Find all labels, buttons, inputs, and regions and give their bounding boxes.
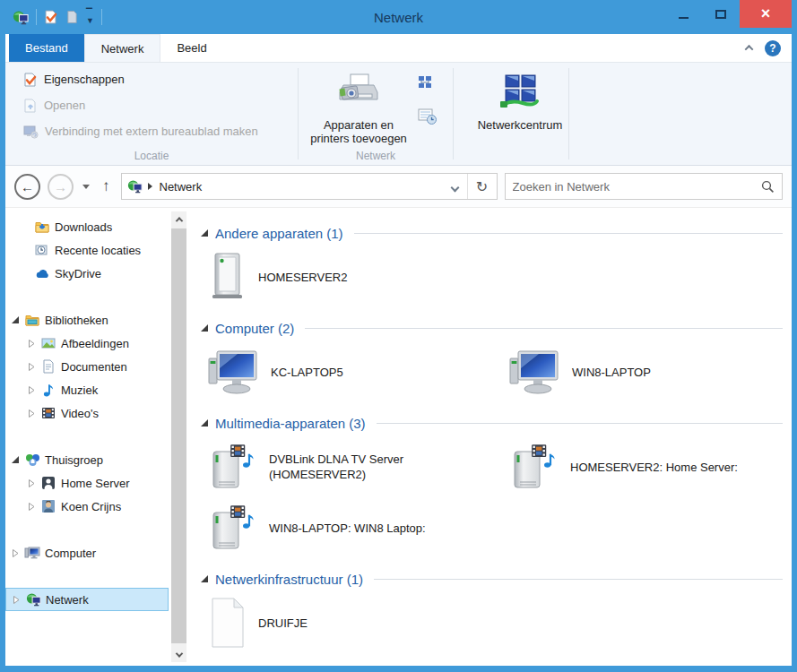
up-button[interactable]: ↑: [99, 177, 114, 195]
expander-collapsed-icon[interactable]: [27, 386, 36, 394]
user-photo-avatar: [40, 499, 56, 513]
computer-icon: [208, 348, 260, 396]
scroll-down-icon[interactable]: [171, 647, 186, 662]
server-tower-icon: [208, 252, 247, 302]
documents-icon: [40, 359, 56, 374]
blank-page-icon: [208, 598, 247, 648]
refresh-button[interactable]: ↻: [468, 174, 497, 199]
breadcrumb[interactable]: Netwerk: [160, 180, 443, 194]
expander-collapsed-icon[interactable]: [27, 503, 36, 511]
item-homeserver2[interactable]: HOMESERVER2: [208, 251, 509, 303]
eigenschappen-button[interactable]: Eigenschappen: [18, 68, 289, 90]
media-device-icon: [208, 502, 258, 554]
ribbon-group-netwerkcentrum: Netwerkcentrum: [454, 63, 568, 165]
pictures-icon: [40, 336, 56, 350]
open-icon: [23, 99, 38, 113]
openen-button[interactable]: Openen: [18, 94, 289, 116]
item-homeserver2-home-server[interactable]: HOMESERVER2: Home Server:: [509, 441, 783, 493]
expander-collapsed-icon[interactable]: [27, 340, 36, 348]
user-silhouette-icon: [40, 476, 56, 490]
item-win8-laptop[interactable]: WIN8-LAPTOP: [509, 346, 783, 398]
remote-desktop-icon: [23, 125, 39, 139]
group-collapse-icon[interactable]: [201, 229, 208, 237]
item-dvblink-dlna-tv-server[interactable]: DVBLink DLNA TV Server (HOMESERVER2): [208, 441, 509, 493]
group-label-locatie: Locatie: [5, 150, 298, 162]
sidebar-item-koen-crijns[interactable]: Koen Crijns: [5, 495, 188, 518]
skydrive-cloud-icon: [34, 266, 50, 280]
folder-icon[interactable]: [65, 10, 79, 24]
videos-icon: [40, 406, 56, 420]
search-input[interactable]: [513, 180, 762, 194]
expander-collapsed-icon[interactable]: [27, 363, 36, 371]
sidebar-item-afbeeldingen[interactable]: Afbeeldingen: [5, 332, 188, 355]
scrollbar-thumb[interactable]: [171, 228, 186, 643]
properties-icon[interactable]: [44, 10, 58, 24]
address-dropdown-icon[interactable]: [443, 180, 467, 194]
breadcrumb-separator-icon[interactable]: [148, 183, 152, 190]
sidebar-item-recente-locaties[interactable]: Recente locaties: [5, 238, 188, 262]
group-andere-apparaten: Andere apparaten (1) HOMESERVER2: [201, 220, 783, 303]
tree-gap: [5, 285, 188, 308]
network-devices-icon[interactable]: [415, 72, 440, 97]
group-rule: [354, 233, 783, 234]
search-icon[interactable]: [761, 180, 775, 194]
sidebar-item-videos[interactable]: Video's: [5, 401, 188, 425]
close-button[interactable]: ×: [740, 0, 792, 28]
downloads-folder-icon: [34, 220, 50, 234]
item-druifje[interactable]: DRUIFJE: [208, 597, 509, 649]
minimize-button[interactable]: [664, 0, 702, 28]
tab-beeld[interactable]: Beeld: [160, 34, 222, 62]
sidebar-item-home-server[interactable]: Home Server: [5, 471, 188, 495]
group-rule: [374, 579, 783, 580]
expander-collapsed-icon[interactable]: [12, 596, 21, 604]
add-devices-printers-button[interactable]: Apparaten en printers toevoegen: [308, 68, 410, 145]
sidebar-item-netwerk[interactable]: Netwerk: [5, 588, 169, 611]
group-header[interactable]: Netwerkinfrastructuur (1): [201, 566, 783, 591]
remote-desktop-button[interactable]: Verbinding met extern bureaublad maken: [18, 120, 289, 142]
item-win8-laptop-media[interactable]: WIN8-LAPTOP: WIN8 Laptop:: [208, 502, 509, 554]
sidebar-item-downloads[interactable]: Downloads: [5, 215, 188, 238]
expander-collapsed-icon[interactable]: [11, 549, 20, 557]
expander-collapsed-icon[interactable]: [27, 409, 36, 418]
sidebar-scrollbar[interactable]: [171, 211, 186, 662]
network-center-button[interactable]: Netwerkcentrum: [463, 68, 577, 132]
sidebar-item-skydrive[interactable]: SkyDrive: [5, 262, 188, 285]
separator: [36, 9, 37, 25]
network-icon: [25, 592, 41, 607]
item-kc-laptop5[interactable]: KC-LAPTOP5: [208, 346, 509, 398]
back-button[interactable]: ←: [14, 174, 40, 200]
group-collapse-icon[interactable]: [201, 419, 208, 426]
scroll-up-icon[interactable]: [171, 211, 186, 227]
minimize-ribbon-icon[interactable]: [745, 45, 754, 54]
device-settings-icon[interactable]: [415, 104, 440, 129]
sidebar-item-thuisgroep[interactable]: Thuisgroep: [5, 448, 188, 471]
ribbon: Eigenschappen Openen Verbinding met exte…: [5, 63, 792, 166]
forward-button[interactable]: →: [48, 174, 74, 200]
group-rule: [305, 328, 783, 329]
computer-icon: [509, 348, 561, 396]
tab-netwerk[interactable]: Netwerk: [84, 34, 161, 62]
maximize-button[interactable]: [702, 0, 740, 28]
group-header[interactable]: Computer (2): [201, 315, 783, 340]
group-multimedia-apparaten: Multimedia-apparaten (3) DVBLink DLNA TV…: [201, 410, 783, 554]
tab-bestand[interactable]: Bestand: [9, 34, 84, 62]
expander-expanded-icon[interactable]: [11, 316, 20, 323]
expander-collapsed-icon[interactable]: [27, 479, 36, 487]
group-collapse-icon[interactable]: [201, 575, 208, 582]
quick-access-toolbar: ▔▼: [5, 9, 102, 25]
expander-expanded-icon[interactable]: [11, 456, 20, 463]
help-icon[interactable]: ?: [765, 40, 781, 56]
sidebar-item-bibliotheken[interactable]: Bibliotheken: [5, 308, 188, 332]
ribbon-group-netwerk: Apparaten en printers toevoegen Netwerk: [299, 63, 453, 165]
group-header[interactable]: Multimedia-apparaten (3): [201, 410, 783, 435]
group-header[interactable]: Andere apparaten (1): [201, 220, 783, 246]
recent-locations-dropdown-icon[interactable]: [82, 185, 90, 189]
sidebar-item-documenten[interactable]: Documenten: [5, 355, 188, 378]
explorer-window: ▔▼ Netwerk × Bestand Netwerk Beeld ? Eig…: [0, 0, 797, 672]
sidebar-item-muziek[interactable]: Muziek: [5, 378, 188, 401]
recent-places-icon: [34, 243, 50, 257]
address-bar[interactable]: Netwerk ↻: [121, 173, 498, 200]
sidebar-item-computer[interactable]: Computer: [5, 541, 188, 564]
qat-dropdown-icon[interactable]: ▔▼: [86, 9, 94, 25]
group-collapse-icon[interactable]: [201, 324, 208, 332]
